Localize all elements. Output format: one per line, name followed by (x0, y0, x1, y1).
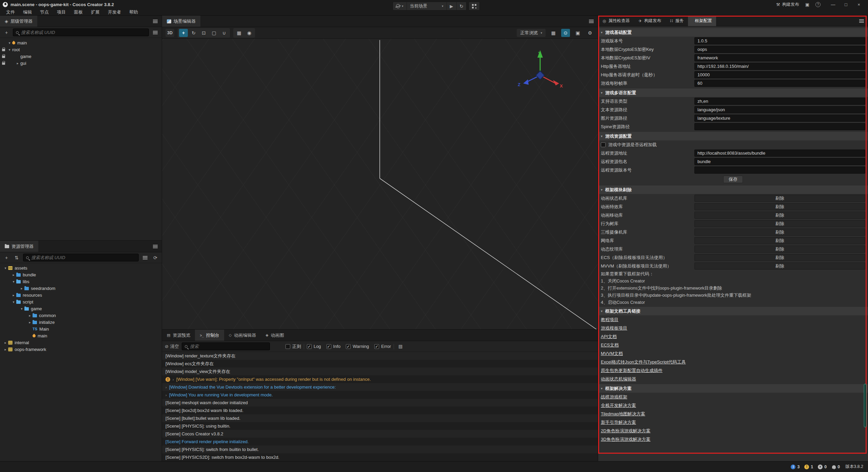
doc-link[interactable]: MVVM文档 (601, 351, 623, 357)
console-tab[interactable]: 资源预览 (162, 330, 195, 341)
platform-select[interactable]: ▾ (393, 2, 407, 10)
tree-node[interactable]: game (0, 305, 162, 312)
remove-module-button[interactable]: 剔除 (694, 237, 865, 244)
log-row[interactable]: ! › [Scene] meshopt wasm decoder initial… (162, 399, 598, 407)
field-input[interactable]: 1.0.5 (694, 37, 865, 44)
tab-assets[interactable]: 资源管理器 (0, 241, 38, 252)
doc-link[interactable]: ECS文档 (601, 342, 619, 348)
screenshot-icon[interactable]: ▣ (805, 2, 809, 7)
log-row[interactable]: ! › [Window] model_view文件夹存在 (162, 368, 598, 375)
preview-qr-button[interactable] (469, 2, 479, 10)
regex-checkbox[interactable]: 正则 (285, 343, 301, 350)
chevron-icon[interactable] (11, 300, 16, 304)
save-button[interactable]: 保存 (723, 176, 743, 183)
chevron-icon[interactable] (11, 280, 16, 283)
inspector-tab[interactable]: 服务 (666, 16, 688, 26)
solution-link[interactable]: 新手引导解决方案 (601, 419, 636, 426)
lighting-toggle-button[interactable]: ⊙ (561, 29, 570, 37)
field-input[interactable]: http://192.168.0.150/main/ (694, 63, 865, 70)
remote-load-checkbox[interactable]: 游戏中资源是否远程加载 (598, 140, 868, 149)
tree-node[interactable]: Main (0, 326, 162, 332)
expand-arrow-icon[interactable]: › (173, 377, 174, 381)
log-row[interactable]: ! › [Scene] [PHYSICS]: switch from built… (162, 446, 598, 453)
build-publish-button[interactable]: ⚒ 构建发布 (776, 2, 799, 7)
menu-item[interactable]: 面板 (70, 9, 87, 15)
remove-module-button[interactable]: 剔除 (694, 212, 865, 219)
section-solutions[interactable]: ▾ 框架解决方案 (598, 384, 868, 393)
menu-item[interactable]: 编辑 (19, 9, 36, 15)
add-node-button[interactable]: + (3, 29, 10, 36)
solution-link[interactable]: Tiledmap地图解决方案 (601, 411, 645, 417)
expand-arrow-icon[interactable]: › (165, 393, 167, 397)
field-input[interactable]: framework (694, 54, 865, 61)
camera-settings-button[interactable]: ▣ (573, 29, 582, 37)
status-count[interactable]: 1 (804, 465, 813, 469)
remove-module-button[interactable]: 剔除 (694, 254, 865, 261)
log-row[interactable]: ! › [Scene] [PHYSICS]: using builtin. (162, 422, 598, 430)
expand-arrow-icon[interactable]: › (165, 385, 167, 389)
doc-link[interactable]: 教程项目 (601, 317, 618, 323)
tree-node[interactable]: main (0, 332, 162, 339)
section-doc-links[interactable]: ▾ 框架文档工具链接 (598, 307, 868, 315)
inspector-tab[interactable]: 框架配置 (688, 16, 716, 26)
tree-node[interactable]: internal (0, 339, 162, 346)
field-input[interactable]: zh,en (694, 98, 865, 105)
log-row[interactable]: ! › [Scene] [box2d]:box2d wasm lib loade… (162, 407, 598, 414)
solution-link[interactable]: 3D角色扮演游戏解决方案 (601, 436, 651, 442)
clear-console-button[interactable]: ⊘ 清空 (165, 343, 179, 350)
chevron-icon[interactable] (3, 341, 8, 345)
console-tab[interactable]: 控制台 (195, 330, 224, 341)
chevron-icon[interactable] (3, 266, 8, 270)
field-input[interactable]: 10000 (694, 71, 865, 78)
chevron-icon[interactable] (7, 48, 12, 52)
scene-viewport[interactable]: Y X Z (162, 39, 598, 329)
remove-module-button[interactable]: 剔除 (694, 245, 865, 253)
play-button[interactable]: ▶ (447, 2, 457, 10)
section-module-remove[interactable]: ▾ 框架模块剔除 (598, 185, 868, 194)
menu-item[interactable]: 文件 (2, 9, 19, 15)
tree-node[interactable]: libs (0, 278, 162, 285)
tree-node[interactable]: resources (0, 292, 162, 298)
solution-link[interactable]: 全栈开发解决方案 (601, 402, 636, 409)
hierarchy-search-input[interactable]: 搜索名称或 UUID (13, 28, 149, 36)
rect-tool-button[interactable]: ▢ (210, 29, 218, 37)
remove-module-button[interactable]: 剔除 (694, 203, 865, 210)
tree-node[interactable]: seedrandom (0, 285, 162, 292)
coord-toggle-button[interactable]: ◉ (245, 29, 254, 37)
tree-node[interactable]: script (0, 298, 162, 305)
chevron-icon[interactable] (7, 41, 12, 45)
scene-menu-button[interactable] (585, 16, 598, 27)
chevron-icon[interactable] (11, 293, 16, 297)
tree-node[interactable]: game (0, 53, 162, 60)
tree-node[interactable]: common (0, 312, 162, 319)
minimize-button[interactable]: — (827, 0, 840, 9)
console-search-input[interactable]: 搜索 (182, 342, 270, 350)
chevron-icon[interactable] (27, 320, 33, 324)
doc-link[interactable]: 原生包热更新配置自动生成插件 (601, 368, 663, 374)
field-input[interactable] (694, 123, 865, 130)
doc-link[interactable]: 动画状态机编辑器 (601, 376, 636, 382)
remove-module-button[interactable]: 剔除 (694, 195, 865, 202)
console-tab[interactable]: 动画编辑器 (224, 330, 261, 341)
log-row[interactable]: ! › [Scene] Forward render pipeline init… (162, 438, 598, 446)
chevron-icon[interactable] (15, 61, 20, 65)
tree-node[interactable]: oops-framework (0, 346, 162, 353)
tree-node[interactable]: assets (0, 264, 162, 271)
inspector-tab[interactable]: 属性检查器 (598, 16, 634, 26)
solution-link[interactable]: 战棋游戏框架 (601, 394, 627, 400)
hierarchy-filter-button[interactable] (152, 29, 159, 36)
chevron-icon[interactable] (27, 314, 33, 317)
ui-tool-button[interactable]: ∪ (220, 29, 229, 37)
field-input[interactable]: language/texture (694, 115, 865, 122)
console-tab[interactable]: 动画图 (261, 330, 289, 341)
assets-menu-button[interactable] (149, 241, 162, 252)
inspector-scrollbar-thumb[interactable] (864, 384, 866, 427)
chevron-icon[interactable] (19, 307, 24, 311)
section-resource-config[interactable]: ▾ 游戏资源配置 (598, 132, 868, 140)
field-input[interactable]: bundle (694, 158, 865, 165)
tree-node[interactable]: initialize (0, 319, 162, 326)
maximize-button[interactable]: □ (840, 0, 852, 9)
menu-item[interactable]: 帮助 (125, 9, 142, 15)
log-filter-checkbox[interactable]: Warning (346, 344, 369, 349)
log-row[interactable]: ! › [Scene] Cocos Creator v3.8.2 (162, 430, 598, 438)
